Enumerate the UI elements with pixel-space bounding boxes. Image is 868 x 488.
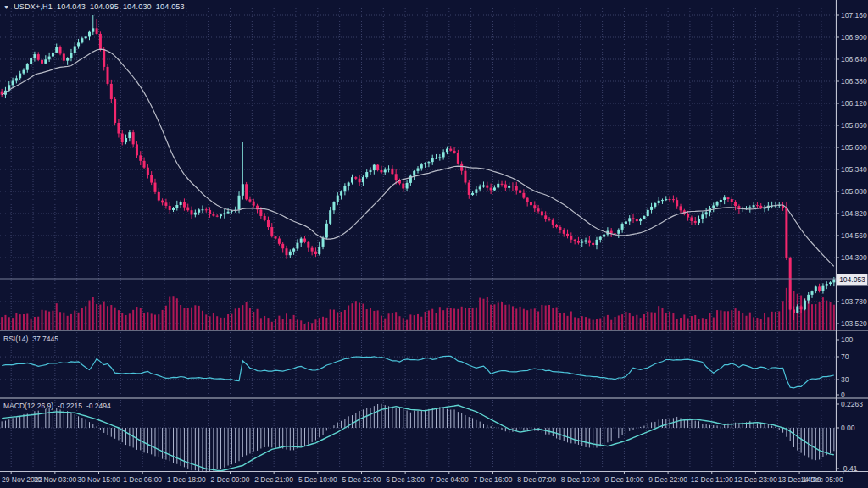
ohlc-open: 104.043 — [57, 3, 86, 11]
macd-indicator-value-signal: -0.2494 — [86, 402, 111, 410]
symbol-dropdown-icon[interactable]: ▼ — [3, 4, 9, 10]
macd-axis-label: -0.41 — [841, 464, 857, 473]
time-axis-label: 30 Nov 03:00 — [34, 475, 77, 484]
macd-axis-label: 0.2263 — [841, 400, 863, 408]
time-axis-label: 7 Dec 04:00 — [430, 475, 469, 484]
time-axis-label: 9 Dec 22:00 — [648, 475, 687, 484]
time-axis-label: 5 Dec 10:00 — [298, 475, 337, 484]
price-axis-label: 106.120 — [841, 99, 867, 108]
price-axis-label: 103.780 — [841, 297, 867, 306]
time-axis-label: 1 Dec 06:00 — [123, 475, 162, 484]
macd-axis-label: 0.00 — [841, 424, 855, 432]
price-axis-label: 106.640 — [841, 55, 867, 64]
chart-header: ▼ USDX+,H1 104.043 104.095 104.030 104.0… — [3, 3, 185, 11]
rsi-axis-label: 0 — [841, 391, 845, 399]
price-axis-label: 105.860 — [841, 121, 867, 130]
macd-indicator-name: MACD(12,26,9) — [3, 402, 53, 410]
price-axis-label: 107.160 — [841, 11, 867, 19]
ohlc-close: 104.053 — [156, 3, 185, 11]
time-axis-label: 5 Dec 22:00 — [342, 475, 381, 484]
price-axis-label: 104.820 — [841, 209, 867, 218]
time-axis[interactable]: 29 Nov 202230 Nov 03:0030 Nov 15:001 Dec… — [0, 472, 868, 488]
time-axis-label: 2 Dec 21:00 — [254, 475, 293, 484]
time-axis-label: 2 Dec 09:00 — [211, 475, 250, 484]
macd-indicator-value-main: -0.2215 — [58, 402, 82, 410]
rsi-indicator-name: RSI(14) — [3, 335, 28, 343]
price-axis-label: 105.340 — [841, 165, 867, 174]
time-axis-label: 12 Dec 11:00 — [691, 475, 733, 484]
price-axis-label: 105.600 — [841, 143, 867, 152]
time-axis-label: 30 Nov 15:00 — [77, 475, 120, 484]
trading-chart-window: ▼ USDX+,H1 104.043 104.095 104.030 104.0… — [0, 0, 868, 488]
chart-canvas[interactable] — [0, 0, 868, 488]
rsi-axis-label: 100 — [841, 336, 853, 344]
symbol-timeframe-label: USDX+,H1 — [14, 3, 53, 11]
time-axis-label: 12 Dec 23:00 — [734, 475, 777, 484]
time-axis-label: 1 Dec 18:00 — [167, 475, 206, 484]
macd-panel-title: MACD(12,26,9) -0.2215 -0.2494 — [3, 402, 111, 410]
price-axis-label: 106.900 — [841, 33, 867, 42]
rsi-axis-label: 30 — [841, 375, 849, 384]
time-axis-label: 14 Dec 05:00 — [800, 475, 843, 484]
time-axis-label: 7 Dec 16:00 — [474, 475, 513, 484]
ohlc-low: 104.030 — [123, 3, 152, 11]
price-axis-label: 106.380 — [841, 77, 867, 86]
price-axis-label: 103.520 — [841, 319, 867, 328]
rsi-panel-title: RSI(14) 37.7445 — [3, 335, 58, 343]
rsi-indicator-value: 37.7445 — [32, 335, 58, 343]
current-price-badge: 104.053 — [837, 274, 868, 286]
ohlc-high: 104.095 — [90, 3, 119, 11]
time-axis-label: 9 Dec 10:00 — [605, 475, 644, 484]
time-axis-label: 8 Dec 07:00 — [517, 475, 556, 484]
time-axis-label: 8 Dec 19:00 — [561, 475, 600, 484]
price-axis-label: 105.080 — [841, 187, 867, 196]
price-axis-label: 104.300 — [841, 253, 867, 262]
price-axis-label: 104.560 — [841, 231, 867, 240]
time-axis-label: 6 Dec 13:00 — [386, 475, 425, 484]
rsi-axis-label: 70 — [841, 352, 849, 361]
